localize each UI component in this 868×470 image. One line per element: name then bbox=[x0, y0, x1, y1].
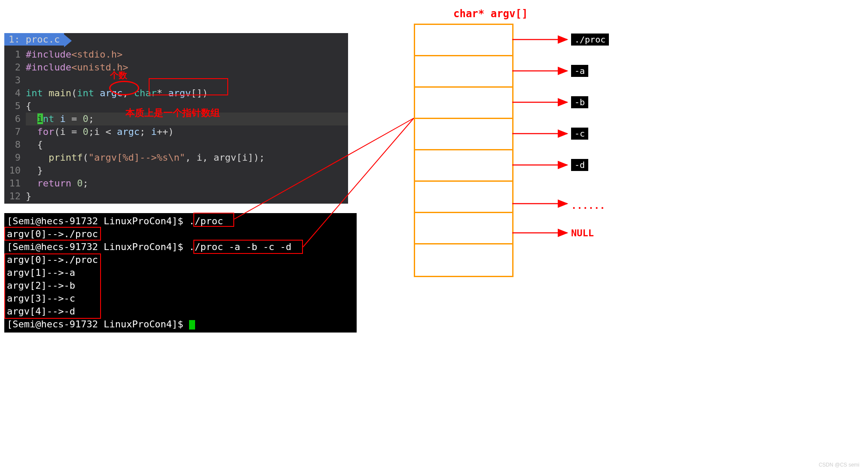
argv-cell bbox=[415, 56, 512, 88]
label-a: -a bbox=[571, 65, 588, 77]
argv-cell bbox=[415, 25, 512, 56]
label-b: -b bbox=[571, 96, 588, 108]
term-line: [Semi@hecs-91732 LinuxProCon4]$ ./proc bbox=[7, 215, 354, 228]
code-line: 10 } bbox=[4, 164, 348, 177]
term-line: [Semi@hecs-91732 LinuxProCon4]$ bbox=[7, 318, 354, 331]
argv-title: char* argv[] bbox=[453, 8, 528, 20]
tab-arrow-icon bbox=[64, 34, 72, 47]
proc-cmd-box bbox=[193, 213, 234, 227]
code-line: 1#include<stdio.h> bbox=[4, 48, 348, 61]
file-tab[interactable]: 1: proc.c bbox=[4, 33, 64, 46]
argv-cell bbox=[415, 88, 512, 119]
tab-bar: 1: proc.c bbox=[4, 33, 348, 47]
cursor-block-icon bbox=[189, 320, 195, 330]
code-line: 7 for(i = 0;i < argc; i++) bbox=[4, 125, 348, 138]
label-c: -c bbox=[571, 128, 588, 140]
proc-args-box bbox=[193, 240, 303, 254]
code-line: 11 return 0; bbox=[4, 177, 348, 190]
geshu-label: 个数 bbox=[110, 70, 127, 81]
code-body[interactable]: 1#include<stdio.h> 2#include<unistd.h> 3… bbox=[4, 47, 348, 204]
label-ellipsis: ...... bbox=[571, 200, 605, 211]
watermark: CSDN @CS semi bbox=[819, 462, 859, 468]
argv-output-box bbox=[4, 253, 101, 319]
argv0-box bbox=[4, 227, 101, 241]
code-line: 8 { bbox=[4, 138, 348, 151]
argv-box bbox=[149, 78, 228, 95]
argv-table bbox=[414, 24, 513, 277]
label-d: -d bbox=[571, 159, 588, 171]
argv-cell bbox=[415, 244, 512, 276]
argv-cell bbox=[415, 182, 512, 213]
argv-cell bbox=[415, 119, 512, 150]
zhizhen-label: 本质上是一个指针数组 bbox=[125, 107, 220, 119]
code-line: 2#include<unistd.h> bbox=[4, 61, 348, 74]
code-line: 9 printf("argv[%d]-->%s\n", i, argv[i]); bbox=[4, 151, 348, 164]
code-line: 12} bbox=[4, 190, 348, 203]
argv-cell bbox=[415, 213, 512, 244]
label-proc: ./proc bbox=[571, 34, 609, 46]
argv-cell bbox=[415, 150, 512, 182]
label-null: NULL bbox=[571, 228, 594, 238]
argc-circle bbox=[109, 81, 139, 95]
